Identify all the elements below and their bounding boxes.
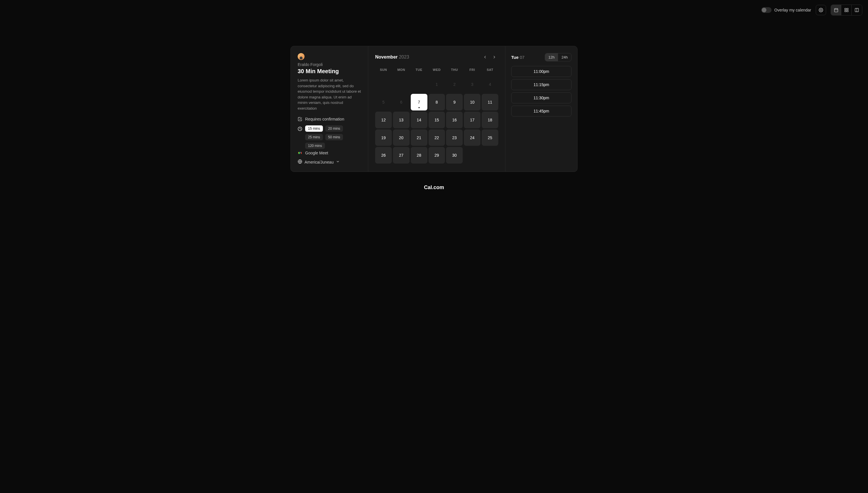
day-of-week-header: MON: [393, 66, 409, 75]
timeslot-list: 11:00pm11:15pm11:30pm11:45pm: [511, 66, 571, 116]
next-month-button[interactable]: [490, 53, 498, 61]
calendar-day[interactable]: 22: [428, 129, 445, 146]
calendar-day[interactable]: 12: [375, 112, 392, 128]
timeslot-option[interactable]: 11:00pm: [511, 66, 571, 77]
svg-rect-5: [845, 8, 846, 10]
calendar-day[interactable]: 26: [375, 147, 392, 164]
calendar-day[interactable]: 29: [428, 147, 445, 164]
calendar-day[interactable]: 14: [411, 112, 427, 128]
day-of-week-header: FRI: [464, 66, 481, 75]
calendar-day[interactable]: 25: [482, 129, 498, 146]
location-row: Google Meet: [298, 151, 361, 155]
calendar-day[interactable]: 28: [411, 147, 427, 164]
selected-day-number: 07: [520, 55, 525, 60]
calendar-day[interactable]: 27: [393, 147, 409, 164]
calendar-day[interactable]: 15: [428, 112, 445, 128]
timeslot-pane: Tue 07 12h24h 11:00pm11:15pm11:30pm11:45…: [506, 46, 577, 172]
booking-card: Eraldo Forgoli 30 Min Meeting Lorem ipsu…: [291, 46, 577, 172]
calendar-day[interactable]: 10: [464, 94, 481, 110]
day-of-week-header: SAT: [482, 66, 498, 75]
calendar-day[interactable]: 11: [482, 94, 498, 110]
day-of-week-header: WED: [428, 66, 445, 75]
view-grid-button[interactable]: [841, 5, 852, 15]
selected-day-name: Tue: [511, 55, 519, 60]
svg-point-0: [820, 9, 822, 10]
calendar-day: 4: [482, 76, 498, 93]
google-meet-icon: [298, 151, 302, 155]
calendar-day[interactable]: 24: [464, 129, 481, 146]
duration-option[interactable]: 120 mins: [305, 143, 325, 149]
calendar-day[interactable]: 16: [446, 112, 463, 128]
main-content: Eraldo Forgoli 30 Min Meeting Lorem ipsu…: [0, 20, 868, 178]
calendar-grid: SUNMONTUEWEDTHUFRISAT1234567891011121314…: [375, 66, 498, 164]
duration-option[interactable]: 25 mins: [305, 134, 323, 140]
check-square-icon: [298, 117, 302, 121]
duration-option[interactable]: 50 mins: [325, 134, 343, 140]
timeslot-option[interactable]: 11:30pm: [511, 92, 571, 103]
calendar-nav: [481, 53, 498, 61]
duration-option[interactable]: 20 mins: [325, 125, 343, 132]
svg-rect-6: [847, 8, 848, 10]
calendar-day[interactable]: 18: [482, 112, 498, 128]
overlay-calendar-group: Overlay my calendar: [761, 7, 811, 13]
settings-button[interactable]: [816, 5, 826, 15]
view-calendar-button[interactable]: [831, 5, 841, 15]
timezone-selector[interactable]: America/Juneau: [298, 159, 361, 165]
overlay-calendar-label: Overlay my calendar: [775, 8, 811, 12]
day-of-week-header: THU: [446, 66, 463, 75]
calendar-day: 2: [446, 76, 463, 93]
meeting-title: 30 Min Meeting: [298, 68, 361, 74]
timezone-label: America/Juneau: [304, 160, 334, 165]
svg-rect-1: [834, 8, 838, 12]
calendar-day[interactable]: 19: [375, 129, 392, 146]
brand-logo: Cal.com: [7, 185, 861, 191]
time-format-option[interactable]: 12h: [545, 53, 558, 61]
timeslot-option[interactable]: 11:45pm: [511, 106, 571, 116]
calendar-year: 2023: [399, 55, 409, 59]
columns-icon: [854, 8, 859, 12]
calendar-day[interactable]: 13: [393, 112, 409, 128]
time-format-option[interactable]: 24h: [558, 53, 571, 61]
svg-rect-8: [847, 10, 848, 12]
calendar-day[interactable]: 21: [411, 129, 427, 146]
svg-rect-7: [845, 10, 846, 12]
calendar-month: November: [375, 55, 398, 59]
host-avatar: [298, 53, 304, 60]
chevron-right-icon: [492, 55, 496, 59]
calendar-day[interactable]: 7: [411, 94, 427, 110]
grid-icon: [844, 8, 849, 12]
calendar-day[interactable]: 9: [446, 94, 463, 110]
calendar-pane: November 2023 SUNMONTUEWEDTHUFRISAT12345…: [368, 46, 506, 172]
calendar-day: 1: [428, 76, 445, 93]
footer: Cal.com: [0, 178, 868, 197]
chevron-left-icon: [483, 55, 487, 59]
calendar-day[interactable]: 17: [464, 112, 481, 128]
meeting-description: Lorem ipsum dolor sit amet, consectetur …: [298, 78, 361, 111]
timeslot-header: Tue 07 12h24h: [511, 53, 571, 61]
overlay-calendar-toggle[interactable]: [761, 7, 771, 13]
clock-icon: [298, 127, 302, 132]
calendar-day[interactable]: 20: [393, 129, 409, 146]
meeting-info-pane: Eraldo Forgoli 30 Min Meeting Lorem ipsu…: [291, 46, 368, 172]
prev-month-button[interactable]: [481, 53, 489, 61]
timeslot-option[interactable]: 11:15pm: [511, 79, 571, 90]
chevron-down-icon: [336, 159, 340, 165]
calendar-day[interactable]: 23: [446, 129, 463, 146]
requires-confirmation-label: Requires confirmation: [305, 117, 344, 121]
duration-option[interactable]: 15 mins: [305, 125, 323, 132]
calendar-empty-cell: [393, 76, 409, 93]
gear-icon: [819, 8, 823, 12]
requires-confirmation-row: Requires confirmation: [298, 117, 361, 121]
host-name: Eraldo Forgoli: [298, 62, 361, 67]
day-of-week-header: TUE: [411, 66, 427, 75]
calendar-empty-cell: [375, 76, 392, 93]
calendar-day: 5: [375, 94, 392, 110]
calendar-day[interactable]: 8: [428, 94, 445, 110]
top-bar: Overlay my calendar: [0, 0, 868, 20]
calendar-header: November 2023: [375, 53, 498, 61]
calendar-day[interactable]: 30: [446, 147, 463, 164]
calendar-icon: [834, 8, 839, 12]
view-columns-button[interactable]: [852, 5, 862, 15]
calendar-day: 6: [393, 94, 409, 110]
calendar-empty-cell: [411, 76, 427, 93]
